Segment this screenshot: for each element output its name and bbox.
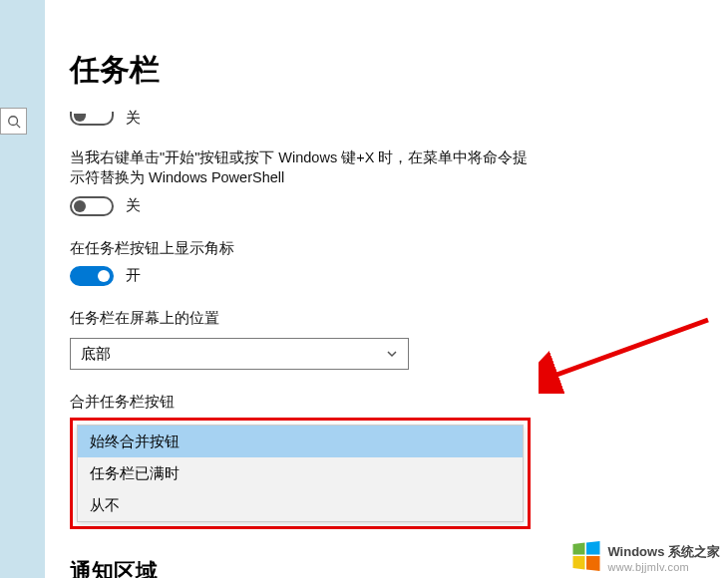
svg-marker-4 bbox=[573, 556, 585, 570]
settings-content: 任务栏 关 当我右键单击"开始"按钮或按下 Windows 键+X 时，在菜单中… bbox=[45, 0, 728, 578]
chevron-down-icon bbox=[386, 348, 398, 360]
dropdown-option-never[interactable]: 从不 bbox=[78, 489, 523, 521]
toggle-state-partial: 关 bbox=[126, 109, 141, 128]
svg-line-1 bbox=[16, 124, 20, 128]
dropdown-selected-location: 底部 bbox=[81, 345, 111, 364]
toggle-switch-partial[interactable] bbox=[70, 112, 114, 126]
setting-label-badges: 在任务栏按钮上显示角标 bbox=[70, 238, 539, 258]
search-icon bbox=[7, 115, 21, 129]
page-title: 任务栏 bbox=[70, 50, 728, 91]
setting-label-combine: 合并任务栏按钮 bbox=[70, 392, 539, 412]
svg-marker-5 bbox=[573, 543, 585, 555]
annotation-highlight-box: 始终合并按钮 任务栏已满时 从不 bbox=[70, 418, 531, 529]
toggle-switch-badges[interactable] bbox=[70, 266, 114, 286]
toggle-state-badges: 开 bbox=[126, 266, 141, 285]
toggle-state-powershell: 关 bbox=[126, 196, 141, 215]
svg-marker-7 bbox=[586, 556, 600, 571]
svg-point-0 bbox=[8, 116, 17, 125]
sidebar-rail bbox=[0, 0, 45, 578]
dropdown-taskbar-location[interactable]: 底部 bbox=[70, 338, 409, 370]
dropdown-option-full[interactable]: 任务栏已满时 bbox=[78, 457, 523, 489]
search-button[interactable] bbox=[0, 108, 27, 135]
watermark: Windows 系统之家 www.bjjmlv.com bbox=[571, 541, 720, 574]
windows-logo-icon bbox=[571, 541, 601, 574]
watermark-title: Windows 系统之家 bbox=[607, 543, 720, 561]
watermark-text: Windows 系统之家 www.bjjmlv.com bbox=[607, 543, 720, 573]
setting-label-powershell: 当我右键单击"开始"按钮或按下 Windows 键+X 时，在菜单中将命令提示符… bbox=[70, 147, 539, 188]
dropdown-option-always[interactable]: 始终合并按钮 bbox=[78, 426, 523, 457]
toggle-row-badges: 开 bbox=[70, 266, 728, 286]
svg-marker-6 bbox=[586, 541, 600, 555]
toggle-row-partial: 关 bbox=[70, 109, 728, 128]
watermark-url: www.bjjmlv.com bbox=[607, 561, 720, 573]
toggle-switch-powershell[interactable] bbox=[70, 196, 114, 216]
dropdown-list-combine: 始终合并按钮 任务栏已满时 从不 bbox=[77, 425, 524, 522]
setting-label-location: 任务栏在屏幕上的位置 bbox=[70, 308, 539, 328]
toggle-row-powershell: 关 bbox=[70, 196, 728, 216]
